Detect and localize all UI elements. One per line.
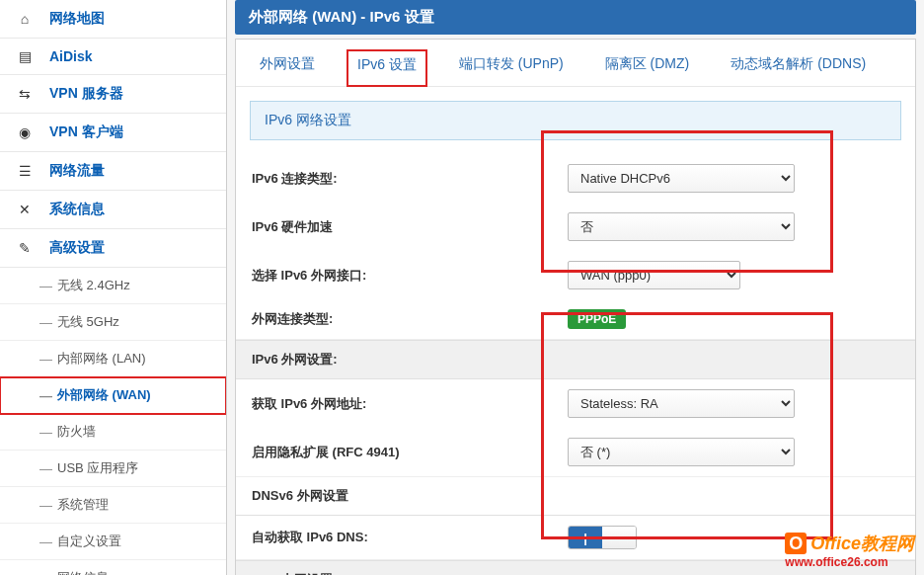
wrench-icon: ✎ xyxy=(14,240,36,256)
sidebar-label: 高级设置 xyxy=(49,239,105,257)
toggle-on: | xyxy=(569,527,602,548)
vpn-client-icon: ◉ xyxy=(14,124,36,140)
home-icon: ⌂ xyxy=(14,11,36,27)
sidebar-label: 网络地图 xyxy=(49,10,105,28)
sidebar-label: AiDisk xyxy=(49,48,93,64)
row-wan-type: 外网连接类型: PPPoE xyxy=(236,299,915,340)
tab-ipv6-settings[interactable]: IPv6 设置 xyxy=(346,49,427,87)
select-get-addr[interactable]: Stateless: RA xyxy=(568,389,795,418)
sidebar-sub-wireless-24[interactable]: —无线 2.4GHz xyxy=(0,268,226,304)
label-wan-type: 外网连接类型: xyxy=(252,310,568,328)
sidebar-sub-label: USB 应用程序 xyxy=(57,459,138,477)
row-get-addr: 获取 IPv6 外网地址: Stateless: RA xyxy=(236,379,915,428)
sidebar-sub-label: 无线 2.4GHz xyxy=(57,277,130,294)
badge-pppoe: PPPoE xyxy=(568,309,626,329)
sidebar-sub-wan[interactable]: —外部网络 (WAN) xyxy=(0,377,226,414)
sidebar-sub-label: 外部网络 (WAN) xyxy=(57,386,151,404)
row-privacy: 启用隐私扩展 (RFC 4941) 否 (*) xyxy=(236,428,915,477)
sidebar-item-sysinfo[interactable]: ✕系统信息 xyxy=(0,191,226,229)
label-auto-dns: 自动获取 IPv6 DNS: xyxy=(252,529,568,546)
sidebar-item-vpn-client[interactable]: ◉VPN 客户端 xyxy=(0,114,226,152)
tab-wan-settings[interactable]: 外网设置 xyxy=(250,49,325,86)
sidebar-sub-wireless-5[interactable]: —无线 5GHz xyxy=(0,304,226,341)
label-hw-accel: IPv6 硬件加速 xyxy=(252,218,568,236)
dash-icon: — xyxy=(39,571,57,576)
sidebar-sub-lan[interactable]: —内部网络 (LAN) xyxy=(0,341,226,377)
card: 外网设置 IPv6 设置 端口转发 (UPnP) 隔离区 (DMZ) 动态域名解… xyxy=(235,39,916,575)
section-ipv6-lan: IPv6 内网设置 xyxy=(236,560,915,575)
sidebar-sub-label: 网络信息 xyxy=(57,569,109,575)
row-hw-accel: IPv6 硬件加速 否 xyxy=(236,203,915,251)
sidebar-sub-label: 防火墙 xyxy=(57,423,96,441)
sidebar-item-aidisk[interactable]: ▤AiDisk xyxy=(0,39,226,75)
sidebar-sub-label: 内部网络 (LAN) xyxy=(57,350,146,368)
sidebar-sub-firewall[interactable]: —防火墙 xyxy=(0,414,226,451)
sidebar-sub-label: 无线 5GHz xyxy=(57,313,119,331)
main-content: 外部网络 (WAN) - IPv6 设置 外网设置 IPv6 设置 端口转发 (… xyxy=(227,0,924,575)
tab-upnp[interactable]: 端口转发 (UPnP) xyxy=(449,49,574,86)
label-iface: 选择 IPv6 外网接口: xyxy=(252,267,568,285)
sysinfo-icon: ✕ xyxy=(14,202,36,217)
dash-icon: — xyxy=(39,352,57,367)
sidebar-item-traffic[interactable]: ☰网络流量 xyxy=(0,152,226,191)
tabs: 外网设置 IPv6 设置 端口转发 (UPnP) 隔离区 (DMZ) 动态域名解… xyxy=(236,40,915,87)
sidebar-label: 系统信息 xyxy=(49,201,105,218)
sidebar-label: VPN 客户端 xyxy=(49,123,123,141)
sidebar-item-vpn-server[interactable]: ⇆VPN 服务器 xyxy=(0,75,226,114)
dash-icon: — xyxy=(39,425,57,440)
sidebar-item-advanced[interactable]: ✎高级设置 xyxy=(0,229,226,268)
row-conn-type: IPv6 连接类型: Native DHCPv6 xyxy=(236,154,915,203)
section-dnsv6: DNSv6 外网设置 xyxy=(236,477,915,516)
row-auto-dns: 自动获取 IPv6 DNS: | xyxy=(236,516,915,560)
sidebar: ⌂网络地图 ▤AiDisk ⇆VPN 服务器 ◉VPN 客户端 ☰网络流量 ✕系… xyxy=(0,0,227,575)
sidebar-label: 网络流量 xyxy=(49,162,105,180)
select-iface[interactable]: WAN (ppp0) xyxy=(568,261,740,289)
sidebar-item-map[interactable]: ⌂网络地图 xyxy=(0,0,226,39)
label-conn-type: IPv6 连接类型: xyxy=(252,170,568,188)
select-hw-accel[interactable]: 否 xyxy=(568,212,795,241)
dash-icon: — xyxy=(39,534,57,549)
disk-icon: ▤ xyxy=(14,48,36,64)
sidebar-sub-label: 系统管理 xyxy=(57,496,109,514)
vpn-server-icon: ⇆ xyxy=(14,86,36,102)
traffic-icon: ☰ xyxy=(14,163,36,179)
label-privacy: 启用隐私扩展 (RFC 4941) xyxy=(252,444,568,461)
select-privacy[interactable]: 否 (*) xyxy=(568,438,795,466)
section-ipv6-wan: IPv6 外网设置: xyxy=(236,340,915,379)
dash-icon: — xyxy=(39,315,57,330)
dash-icon: — xyxy=(39,461,57,476)
sidebar-sub-label: 自定义设置 xyxy=(57,533,121,550)
sidebar-label: VPN 服务器 xyxy=(49,85,123,103)
section-banner: IPv6 网络设置 xyxy=(250,101,901,140)
dash-icon: — xyxy=(39,279,57,293)
sidebar-sub-netinfo[interactable]: —网络信息 xyxy=(0,560,226,575)
select-conn-type[interactable]: Native DHCPv6 xyxy=(568,164,795,193)
dash-icon: — xyxy=(39,388,57,403)
tab-ddns[interactable]: 动态域名解析 (DDNS) xyxy=(721,49,876,86)
tab-dmz[interactable]: 隔离区 (DMZ) xyxy=(595,49,700,86)
sidebar-sub-sysmgmt[interactable]: —系统管理 xyxy=(0,487,226,524)
page-title: 外部网络 (WAN) - IPv6 设置 xyxy=(235,0,916,35)
toggle-auto-dns[interactable]: | xyxy=(568,526,637,549)
row-iface: 选择 IPv6 外网接口: WAN (ppp0) xyxy=(236,251,915,299)
toggle-off xyxy=(602,527,636,548)
sidebar-sub-usb[interactable]: —USB 应用程序 xyxy=(0,451,226,487)
label-get-addr: 获取 IPv6 外网地址: xyxy=(252,395,568,413)
dash-icon: — xyxy=(39,498,57,513)
sidebar-sub-custom[interactable]: —自定义设置 xyxy=(0,524,226,560)
